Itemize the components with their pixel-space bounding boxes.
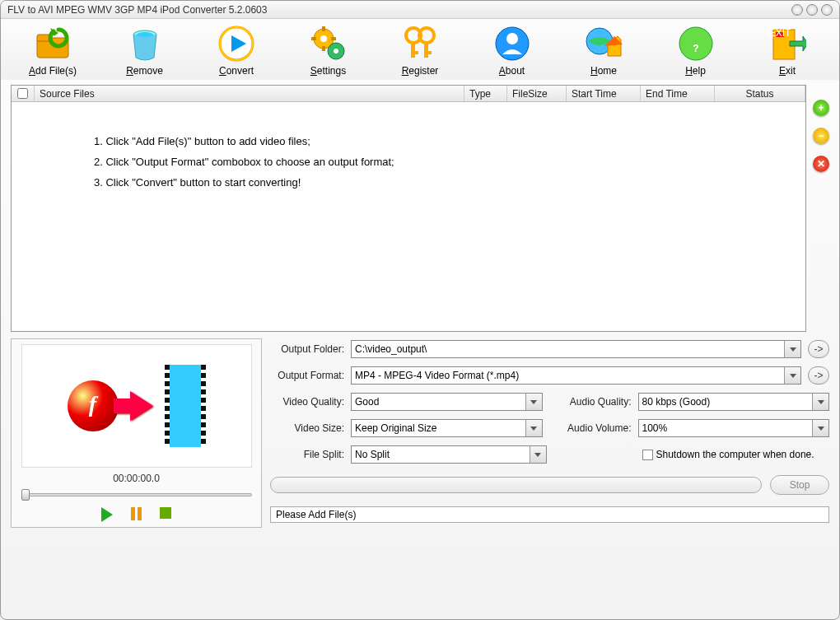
stop-button[interactable]: Stop — [770, 475, 829, 495]
svg-text:?: ? — [693, 43, 698, 54]
audio-quality-label: Audio Quality: — [549, 396, 632, 408]
chevron-down-icon — [784, 341, 800, 357]
toolbar: Add File(s) Remove Convert Settings Regi… — [1, 19, 839, 80]
toolbar-label: Register — [402, 65, 439, 77]
play-button[interactable] — [101, 507, 113, 522]
col-start[interactable]: Start Time — [567, 86, 641, 101]
svg-rect-20 — [411, 51, 418, 54]
delete-item-button[interactable]: ✕ — [813, 156, 829, 172]
home-icon — [584, 24, 623, 63]
stop-preview-button[interactable] — [160, 507, 171, 519]
output-folder-label: Output Folder: — [270, 343, 344, 355]
video-size-combo[interactable]: Keep Original Size — [351, 419, 543, 437]
exit-button[interactable]: EXIT Exit — [750, 24, 824, 77]
browse-folder-button[interactable]: -> — [808, 340, 829, 358]
chevron-down-icon — [525, 420, 542, 436]
window-title: FLV to AVI MPEG WMV 3GP MP4 iPod Convert… — [7, 4, 788, 16]
add-item-button[interactable]: + — [813, 100, 829, 116]
settings-button[interactable]: Settings — [292, 24, 366, 77]
svg-point-15 — [334, 49, 338, 54]
file-split-combo[interactable]: No Split — [351, 445, 547, 464]
chevron-down-icon — [812, 420, 828, 436]
maximize-button[interactable] — [806, 4, 818, 16]
list-body[interactable]: 1. Click "Add File(s)" button to add vid… — [12, 102, 805, 331]
remove-button[interactable]: Remove — [108, 24, 182, 77]
folder-add-icon — [33, 24, 72, 63]
format-options-button[interactable]: -> — [808, 366, 829, 385]
gear-icon — [309, 24, 348, 63]
file-split-label: File Split: — [270, 449, 344, 460]
toolbar-label: About — [499, 65, 525, 77]
output-folder-combo[interactable]: C:\video_output\ — [351, 340, 801, 358]
toolbar-label: Settings — [310, 65, 346, 77]
toolbar-label: Home — [590, 65, 617, 77]
seek-slider[interactable] — [21, 489, 252, 501]
audio-volume-combo[interactable]: 100% — [638, 419, 830, 437]
video-size-label: Video Size: — [270, 422, 344, 434]
output-format-label: Output Format: — [270, 370, 344, 381]
col-type[interactable]: Type — [464, 86, 507, 101]
audio-volume-label: Audio Volume: — [549, 422, 632, 434]
titlebar: FLV to AVI MPEG WMV 3GP MP4 iPod Convert… — [1, 1, 839, 19]
arrow-icon — [130, 391, 153, 421]
svg-point-4 — [137, 32, 153, 37]
chevron-down-icon — [530, 446, 546, 463]
preview-image — [21, 344, 252, 468]
col-source[interactable]: Source Files — [35, 86, 464, 101]
shutdown-checkbox[interactable] — [642, 450, 653, 460]
settings-panel: Output Folder: C:\video_output\ -> Outpu… — [270, 338, 829, 528]
audio-quality-combo[interactable]: 80 kbps (Good) — [638, 393, 830, 411]
list-header: Source Files Type FileSize Start Time En… — [12, 86, 805, 102]
toolbar-label: Convert — [219, 65, 254, 77]
file-list: Source Files Type FileSize Start Time En… — [11, 85, 806, 332]
hint-text: 1. Click "Add File(s)" button to add vid… — [94, 135, 805, 147]
svg-text:EXIT: EXIT — [769, 27, 791, 39]
chevron-down-icon — [812, 394, 828, 410]
progress-bar — [270, 477, 762, 493]
video-quality-combo[interactable]: Good — [351, 393, 543, 411]
play-icon — [217, 24, 256, 63]
add-files-button[interactable]: Add File(s) — [16, 24, 90, 77]
svg-point-9 — [320, 35, 327, 42]
app-window: FLV to AVI MPEG WMV 3GP MP4 iPod Convert… — [0, 0, 840, 620]
convert-button[interactable]: Convert — [199, 24, 273, 77]
hint-text: 3. Click "Convert" button to start conve… — [94, 176, 805, 189]
help-button[interactable]: ? Help — [659, 24, 733, 77]
hint-text: 2. Click "Output Format" combobox to cho… — [94, 156, 805, 168]
close-button[interactable] — [821, 4, 833, 16]
shutdown-label: Shutdown the computer when done. — [656, 449, 814, 460]
help-icon: ? — [676, 24, 716, 63]
status-text: Please Add File(s) — [270, 506, 829, 523]
home-button[interactable]: Home — [567, 24, 641, 77]
preview-time: 00:00:00.0 — [113, 473, 160, 484]
side-buttons: + − ✕ — [813, 85, 829, 332]
col-status[interactable]: Status — [715, 86, 805, 101]
svg-rect-19 — [424, 41, 428, 58]
svg-rect-18 — [411, 41, 415, 58]
user-icon — [492, 24, 532, 63]
register-button[interactable]: Register — [383, 24, 457, 77]
remove-item-button[interactable]: − — [813, 128, 829, 144]
svg-rect-21 — [424, 51, 432, 54]
chevron-down-icon — [525, 394, 542, 410]
chevron-down-icon — [784, 367, 800, 384]
exit-icon: EXIT — [768, 24, 807, 63]
select-all-checkbox[interactable] — [17, 88, 28, 99]
trash-icon — [125, 24, 165, 63]
preview-panel: 00:00:00.0 — [11, 338, 262, 528]
key-icon — [400, 24, 440, 63]
flash-icon — [68, 380, 119, 431]
toolbar-label: Help — [685, 65, 706, 77]
filmstrip-icon — [165, 365, 206, 447]
col-size[interactable]: FileSize — [507, 86, 567, 101]
col-end[interactable]: End Time — [641, 86, 715, 101]
toolbar-label: Remove — [126, 65, 163, 77]
minimize-button[interactable] — [791, 4, 803, 16]
svg-point-23 — [506, 33, 518, 44]
about-button[interactable]: About — [475, 24, 549, 77]
toolbar-label: Add File(s) — [29, 65, 77, 77]
content: Source Files Type FileSize Start Time En… — [1, 80, 839, 619]
pause-button[interactable] — [131, 507, 142, 522]
video-quality-label: Video Quality: — [270, 396, 344, 408]
output-format-combo[interactable]: MP4 - MPEG-4 Video Format (*.mp4) — [351, 366, 801, 385]
